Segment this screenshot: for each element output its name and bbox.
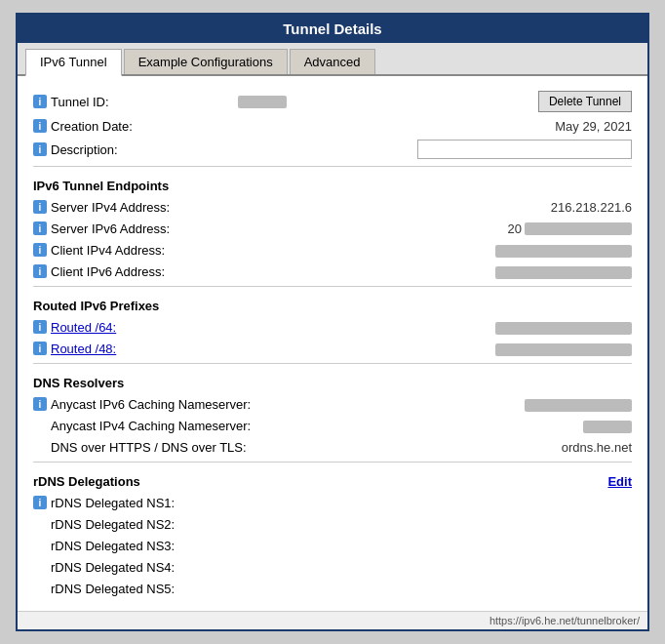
tab-content: i Tunnel ID: Delete Tunnel i Creation Da… — [18, 76, 647, 611]
rdns-ns1-label-group: i rDNS Delegated NS1: — [33, 496, 238, 510]
client-ipv6-label-group: i Client IPv6 Address: — [33, 264, 238, 279]
description-label-group: i Description: — [33, 142, 238, 157]
creation-date-value: May 29, 2021 — [238, 119, 632, 134]
endpoints-section-header: IPv6 Tunnel Endpoints — [33, 171, 632, 196]
server-ipv6-value: 20 — [238, 221, 632, 236]
anycast-ipv6-label: Anycast IPv6 Caching Nameserver: — [51, 397, 251, 412]
server-ipv6-row: i Server IPv6 Address: 20 — [33, 218, 632, 239]
anycast-ipv6-label-group: i Anycast IPv6 Caching Nameserver: — [33, 397, 251, 412]
anycast-ipv4-label-group: Anycast IPv4 Caching Nameserver: — [33, 419, 251, 433]
rdns-section-title: rDNS Delegations — [33, 474, 607, 489]
tab-ipv6-tunnel[interactable]: IPv6 Tunnel — [25, 49, 122, 76]
rdns-ns2-label-group: rDNS Delegated NS2: — [33, 517, 238, 532]
server-ipv4-row: i Server IPv4 Address: 216.218.221.6 — [33, 196, 632, 218]
routed48-label[interactable]: Routed /48: — [51, 342, 116, 356]
server-ipv6-info-icon[interactable]: i — [33, 221, 47, 235]
anycast-ipv4-value — [251, 418, 632, 432]
description-value-area — [238, 140, 632, 159]
creation-date-info-icon[interactable]: i — [33, 119, 47, 133]
client-ipv4-value — [238, 242, 632, 257]
routed64-value — [238, 319, 632, 334]
anycast-ipv4-row: Anycast IPv4 Caching Nameserver: — [33, 415, 632, 436]
rdns-ns4-label: rDNS Delegated NS4: — [51, 560, 175, 575]
routed-section-header: Routed IPv6 Prefixes — [33, 291, 632, 316]
tunnel-id-value — [238, 96, 287, 108]
tunnel-id-row: i Tunnel ID: Delete Tunnel — [33, 88, 632, 115]
server-ipv6-rest — [525, 222, 632, 235]
server-ipv4-value: 216.218.221.6 — [238, 200, 632, 215]
rdns-ns5-row: rDNS Delegated NS5: — [33, 578, 632, 599]
footer-url: https://ipv6.he.net/tunnelbroker/ — [489, 615, 640, 626]
rdns-edit-link[interactable]: Edit — [607, 474, 632, 489]
description-info-icon[interactable]: i — [33, 142, 47, 156]
client-ipv6-value — [238, 263, 632, 278]
dns-over-label: DNS over HTTPS / DNS over TLS: — [51, 440, 247, 455]
server-ipv4-label: Server IPv4 Address: — [51, 200, 170, 215]
tunnel-id-info-icon[interactable]: i — [33, 95, 47, 108]
description-input[interactable] — [417, 140, 632, 159]
tab-bar: IPv6 Tunnel Example Configurations Advan… — [18, 43, 647, 76]
creation-date-label: Creation Date: — [51, 119, 133, 134]
description-label: Description: — [51, 142, 118, 157]
rdns-ns5-label-group: rDNS Delegated NS5: — [33, 582, 238, 596]
rdns-ns4-row: rDNS Delegated NS4: — [33, 556, 632, 578]
rdns-ns5-label: rDNS Delegated NS5: — [51, 582, 175, 596]
routed64-row: i Routed /64: — [33, 316, 632, 338]
anycast-ipv6-row: i Anycast IPv6 Caching Nameserver: — [33, 393, 632, 415]
anycast-ipv4-label: Anycast IPv4 Caching Nameserver: — [51, 419, 251, 433]
window-title: Tunnel Details — [18, 15, 647, 43]
server-ipv6-label-group: i Server IPv6 Address: — [33, 221, 238, 236]
anycast-ipv6-info-icon[interactable]: i — [33, 397, 47, 411]
routed64-label[interactable]: Routed /64: — [51, 320, 116, 335]
client-ipv4-info-icon[interactable]: i — [33, 243, 47, 257]
server-ipv6-prefix: 20 — [508, 221, 522, 236]
rdns-ns4-label-group: rDNS Delegated NS4: — [33, 560, 238, 575]
description-row: i Description: — [33, 137, 632, 162]
client-ipv4-row: i Client IPv4 Address: — [33, 239, 632, 261]
dns-over-row: DNS over HTTPS / DNS over TLS: ordns.he.… — [33, 436, 632, 458]
rdns-ns1-info-icon[interactable]: i — [33, 496, 47, 509]
routed64-info-icon[interactable]: i — [33, 320, 47, 334]
delete-tunnel-button[interactable]: Delete Tunnel — [538, 91, 632, 112]
routed48-label-group: i Routed /48: — [33, 342, 238, 356]
routed64-label-group: i Routed /64: — [33, 320, 238, 335]
rdns-header-row: rDNS Delegations Edit — [33, 466, 632, 492]
creation-date-row: i Creation Date: May 29, 2021 — [33, 115, 632, 137]
client-ipv4-label: Client IPv4 Address: — [51, 243, 165, 258]
client-ipv4-label-group: i Client IPv4 Address: — [33, 243, 238, 258]
server-ipv6-label: Server IPv6 Address: — [51, 221, 170, 236]
dns-section-header: DNS Resolvers — [33, 368, 632, 393]
tunnel-details-window: Tunnel Details IPv6 Tunnel Example Confi… — [16, 13, 649, 631]
tab-example-configurations[interactable]: Example Configurations — [124, 49, 288, 74]
rdns-ns3-label: rDNS Delegated NS3: — [51, 539, 175, 553]
tunnel-id-label-group: i Tunnel ID: — [33, 95, 238, 109]
client-ipv6-info-icon[interactable]: i — [33, 264, 47, 278]
tab-advanced[interactable]: Advanced — [290, 49, 375, 74]
tunnel-id-value-area: Delete Tunnel — [238, 91, 632, 112]
rdns-ns2-row: rDNS Delegated NS2: — [33, 513, 632, 535]
client-ipv6-label: Client IPv6 Address: — [51, 264, 165, 279]
rdns-ns3-label-group: rDNS Delegated NS3: — [33, 539, 238, 553]
dns-over-label-group: DNS over HTTPS / DNS over TLS: — [33, 440, 247, 455]
footer-bar: https://ipv6.he.net/tunnelbroker/ — [18, 611, 647, 629]
dns-over-value: ordns.he.net — [247, 440, 632, 455]
routed48-row: i Routed /48: — [33, 338, 632, 359]
client-ipv6-row: i Client IPv6 Address: — [33, 261, 632, 282]
rdns-ns1-row: i rDNS Delegated NS1: — [33, 492, 632, 513]
server-ipv4-label-group: i Server IPv4 Address: — [33, 200, 238, 215]
server-ipv4-info-icon[interactable]: i — [33, 200, 47, 214]
tunnel-id-label: Tunnel ID: — [51, 95, 109, 109]
rdns-ns2-label: rDNS Delegated NS2: — [51, 517, 175, 532]
routed48-value — [238, 341, 632, 355]
rdns-ns1-label: rDNS Delegated NS1: — [51, 496, 175, 510]
creation-date-label-group: i Creation Date: — [33, 119, 238, 134]
rdns-ns3-row: rDNS Delegated NS3: — [33, 535, 632, 556]
routed48-info-icon[interactable]: i — [33, 342, 47, 355]
anycast-ipv6-value — [251, 396, 632, 411]
